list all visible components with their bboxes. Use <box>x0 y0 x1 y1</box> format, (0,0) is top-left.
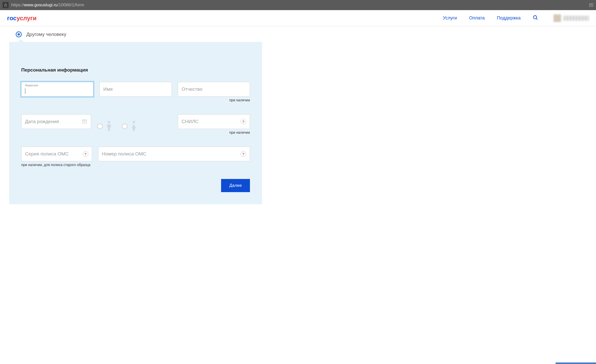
calendar-icon[interactable] <box>82 118 87 125</box>
svg-point-14 <box>108 121 110 123</box>
oms-number-field[interactable]: Номер полиса ОМС ? <box>98 147 250 161</box>
female-icon <box>130 120 138 132</box>
row-oms: Серия полиса ОМС ? при наличии, для поли… <box>21 147 250 167</box>
lock-icon <box>3 2 9 8</box>
top-nav: Услуги Оплата Поддержка <box>443 15 538 21</box>
svg-rect-10 <box>85 121 85 121</box>
text-cursor <box>25 88 25 94</box>
svg-rect-8 <box>83 121 83 121</box>
birthdate-placeholder: Дата рождения <box>25 119 59 124</box>
firstname-field[interactable]: Имя <box>99 82 172 97</box>
patronymic-field[interactable]: Отчество <box>178 82 250 97</box>
row-dob-gender-snils: Дата рождения СНИЛС <box>21 114 250 134</box>
next-button[interactable]: Далее <box>221 179 250 192</box>
browser-url-bar: https://www.gosuslugi.ru/10066/1/form <box>0 0 596 10</box>
oms-series-placeholder: Серия полиса ОМС <box>25 151 69 157</box>
site-header: госуслуги Услуги Оплата Поддержка <box>0 10 596 26</box>
gender-group <box>97 118 172 134</box>
logo-part1: гос <box>7 15 16 21</box>
lastname-field[interactable]: Фамилия <box>21 82 93 97</box>
user-area[interactable] <box>554 14 589 22</box>
radio-other-person-row[interactable]: Другому человеку <box>9 31 262 37</box>
patronymic-hint: при наличии <box>178 98 250 102</box>
svg-rect-11 <box>83 122 83 122</box>
firstname-placeholder: Имя <box>103 86 113 92</box>
nav-link-payment[interactable]: Оплата <box>469 15 485 21</box>
svg-rect-0 <box>5 5 7 6</box>
logo-part2: услуги <box>16 15 36 21</box>
avatar <box>554 14 561 22</box>
url-path: /10066/1/form <box>57 3 84 7</box>
radio-other-person[interactable] <box>16 31 22 37</box>
svg-point-15 <box>133 121 135 123</box>
svg-point-4 <box>534 15 537 19</box>
gender-male-radio[interactable] <box>97 124 103 129</box>
main-content: Другому человеку Персональная информация… <box>9 26 262 204</box>
url-protocol: https:// <box>11 3 24 7</box>
snils-placeholder: СНИЛС <box>182 119 199 124</box>
snils-field[interactable]: СНИЛС ? <box>178 114 250 129</box>
form-panel: Персональная информация Фамилия Имя Отче… <box>9 42 262 204</box>
lastname-label: Фамилия <box>25 84 38 87</box>
nav-link-services[interactable]: Услуги <box>443 15 457 21</box>
svg-rect-12 <box>84 122 84 122</box>
site-logo[interactable]: госуслуги <box>7 15 37 22</box>
row-name: Фамилия Имя Отчество при наличии <box>21 82 250 102</box>
user-name <box>564 16 589 21</box>
oms-number-help-icon[interactable]: ? <box>241 151 246 157</box>
patronymic-placeholder: Отчество <box>182 86 203 92</box>
svg-rect-6 <box>82 120 87 123</box>
search-icon[interactable] <box>533 15 538 21</box>
svg-rect-9 <box>84 121 84 121</box>
nav-link-support[interactable]: Поддержка <box>497 15 521 21</box>
oms-series-help-icon[interactable]: ? <box>83 151 88 157</box>
snils-help-icon[interactable]: ? <box>241 119 246 124</box>
birthdate-field[interactable]: Дата рождения <box>21 114 91 129</box>
svg-line-5 <box>536 18 538 19</box>
male-icon <box>105 120 113 132</box>
svg-rect-13 <box>85 122 85 122</box>
section-title: Персональная информация <box>21 67 250 73</box>
oms-series-field[interactable]: Серия полиса ОМС ? <box>21 147 92 161</box>
oms-number-placeholder: Номер полиса ОМС <box>102 151 146 157</box>
snils-hint: при наличии <box>178 130 250 134</box>
gender-female-radio[interactable] <box>122 124 127 129</box>
oms-series-hint: при наличии, для полиса старого образца <box>21 163 92 167</box>
url-domain: www.gosuslugi.ru <box>24 3 57 7</box>
url-text[interactable]: https://www.gosuslugi.ru/10066/1/form <box>11 3 586 8</box>
reader-icon[interactable] <box>589 3 593 7</box>
radio-other-person-label: Другому человеку <box>26 32 66 37</box>
